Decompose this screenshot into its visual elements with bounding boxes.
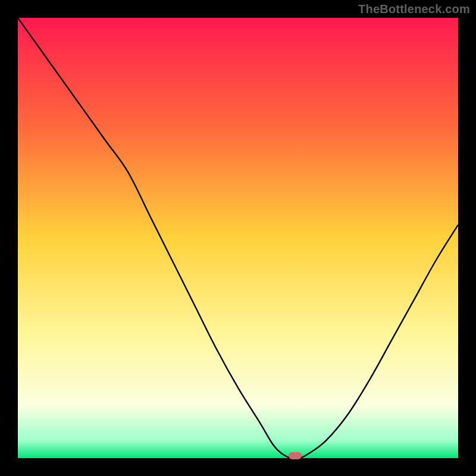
chart-frame: TheBottleneck.com [0, 0, 476, 476]
gradient-rect [18, 18, 458, 458]
optimal-marker [289, 452, 302, 459]
background-gradient [18, 18, 458, 458]
plot-area [18, 18, 458, 458]
watermark-text: TheBottleneck.com [358, 2, 470, 16]
